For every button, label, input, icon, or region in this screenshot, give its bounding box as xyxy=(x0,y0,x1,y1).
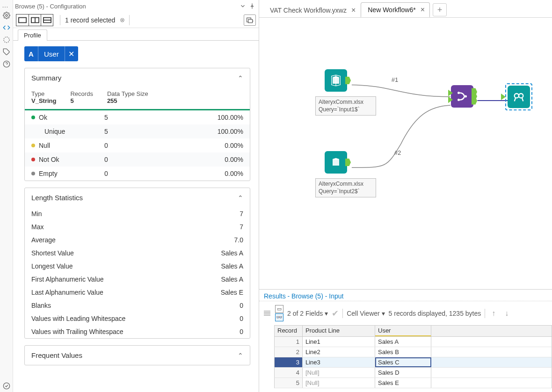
gear-icon[interactable] xyxy=(0,9,13,22)
field-type-icon: A xyxy=(24,46,38,61)
config-toolbar: 1 record selected ⊗ xyxy=(13,12,259,28)
rail-dots: … xyxy=(0,1,13,9)
summary-row: Ok5100.00% xyxy=(25,110,250,124)
check-icon[interactable]: ✔ xyxy=(332,308,339,319)
summary-row: Unique5100.00% xyxy=(25,124,250,138)
view-single-icon[interactable] xyxy=(16,15,29,26)
status-dot-icon xyxy=(31,172,35,175)
summary-header[interactable]: Summary ⌃ xyxy=(25,68,250,87)
document-tab[interactable]: New Workflow6*× xyxy=(361,2,430,17)
field-name: User xyxy=(38,46,65,61)
stat-row: Values with Trailing Whitespace0 xyxy=(25,325,250,338)
canvas-column: VAT Check Workflow.yxwz×New Workflow6*× … xyxy=(259,0,552,392)
profile-scroll-area[interactable]: A User ✕ Summary ⌃ TypeV_String Records5… xyxy=(13,41,259,392)
table-row[interactable]: 4[Null]Sales D xyxy=(274,368,552,378)
col-record[interactable]: Record xyxy=(275,326,303,336)
stat-row: Max7 xyxy=(25,220,250,233)
stat-row: Shortest ValueSales A xyxy=(25,247,250,260)
input-label-2: AlteryxComm.xlsx Query=`Input2$` xyxy=(315,178,376,197)
results-panel: Results - Browse (5) - Input ▭ 👓 2 of 2 … xyxy=(259,289,552,392)
table-row[interactable]: 5[Null]Sales E xyxy=(274,378,552,388)
stat-row: Longest ValueSales A xyxy=(25,260,250,273)
export-dropdown-icon[interactable] xyxy=(244,15,256,26)
status-dot-icon xyxy=(31,158,35,161)
stat-row: Last Alphanumeric ValueSales E xyxy=(25,286,250,299)
stat-row: Blanks0 xyxy=(25,299,250,312)
chevron-up-icon: ⌃ xyxy=(238,194,243,202)
configuration-panel: Browse (5) - Configuration 1 record sele… xyxy=(13,0,259,392)
svg-point-5 xyxy=(3,383,9,389)
view-stack-icon[interactable] xyxy=(41,15,53,26)
document-tab[interactable]: VAT Check Workflow.yxwz× xyxy=(263,2,361,17)
table-row[interactable]: 3Line3Sales C xyxy=(274,357,552,368)
col-product-line[interactable]: Product Line xyxy=(303,326,375,336)
chevron-down-icon[interactable] xyxy=(238,1,247,11)
status-dot-icon xyxy=(31,144,35,147)
join-tool[interactable] xyxy=(451,85,473,108)
svg-point-15 xyxy=(458,99,460,101)
svg-line-19 xyxy=(515,98,516,101)
length-stats-card: Length Statistics ⌃ Min7Max7Average7.0Sh… xyxy=(24,188,250,339)
input-label-1: AlteryxComm.xlsx Query=`Input1$` xyxy=(315,96,376,116)
code-icon[interactable] xyxy=(0,22,13,34)
summary-row: Null00.00% xyxy=(25,138,250,152)
layout-horizontal-icon[interactable]: ▭ xyxy=(275,305,283,313)
summary-card: Summary ⌃ TypeV_String Records5 Data Typ… xyxy=(24,68,250,181)
svg-point-0 xyxy=(6,15,7,16)
field-chip: A User ✕ xyxy=(24,46,78,61)
browse-tool[interactable] xyxy=(505,83,532,110)
svg-point-14 xyxy=(458,92,460,94)
add-tab-button[interactable]: + xyxy=(433,3,447,16)
cell-viewer-dropdown[interactable]: Cell Viewer xyxy=(347,310,385,317)
check-circle-icon[interactable] xyxy=(0,380,13,392)
workflow-canvas[interactable]: #1 #2 AlteryxComm.xlsx Query=`Input1$` A… xyxy=(259,18,552,289)
arrow-up-icon[interactable]: ↑ xyxy=(489,309,498,318)
stat-row: Min7 xyxy=(25,207,250,220)
close-icon[interactable]: × xyxy=(421,6,425,14)
svg-point-17 xyxy=(515,94,519,98)
binoculars-icon[interactable]: 👓 xyxy=(275,313,283,321)
results-grid[interactable]: Record Product Line User 1Line1Sales A2L… xyxy=(274,325,552,388)
view-split-icon[interactable] xyxy=(29,15,41,26)
stat-row: First Alphanumeric ValueSales A xyxy=(25,273,250,286)
document-tabbar: VAT Check Workflow.yxwz×New Workflow6*× … xyxy=(259,0,552,18)
close-icon[interactable]: ✕ xyxy=(65,46,78,61)
grip-icon[interactable] xyxy=(264,311,270,316)
svg-rect-12 xyxy=(248,19,253,22)
fields-dropdown[interactable]: 2 of 2 Fields xyxy=(287,310,328,317)
svg-point-18 xyxy=(519,94,523,98)
results-status: 5 records displayed, 1235 bytes xyxy=(389,310,481,317)
clear-selection-icon[interactable]: ⊗ xyxy=(118,16,126,24)
table-row[interactable]: 1Line1Sales A xyxy=(274,337,552,347)
left-icon-rail: … xyxy=(0,0,13,392)
help-icon[interactable] xyxy=(0,58,13,70)
frequent-values-header[interactable]: Frequent Values ⌃ xyxy=(25,346,250,365)
length-stats-header[interactable]: Length Statistics ⌃ xyxy=(25,188,250,207)
col-user[interactable]: User xyxy=(375,326,431,336)
edge-label-1: #1 xyxy=(392,76,399,83)
stat-row: Average7.0 xyxy=(25,233,250,247)
frequent-values-card: Frequent Values ⌃ xyxy=(24,345,250,365)
svg-line-20 xyxy=(522,98,523,101)
stat-row: Values with Leading Whitespace0 xyxy=(25,312,250,325)
arrow-down-icon[interactable]: ↓ xyxy=(502,309,511,318)
status-dot-icon xyxy=(31,116,35,119)
input-tool-2[interactable] xyxy=(325,151,347,174)
record-selected-text: 1 record selected xyxy=(65,16,115,24)
svg-point-1 xyxy=(4,37,9,43)
results-title: Results - Browse (5) - Input xyxy=(259,290,552,301)
tag-icon[interactable] xyxy=(0,46,13,58)
table-row[interactable]: 2Line2Sales B xyxy=(274,347,552,357)
target-icon[interactable] xyxy=(0,34,13,46)
chevron-up-icon: ⌃ xyxy=(238,352,243,359)
svg-rect-6 xyxy=(19,17,26,22)
pin-icon[interactable] xyxy=(247,1,257,11)
input-tool-1[interactable] xyxy=(325,69,347,92)
tab-profile[interactable]: Profile xyxy=(18,29,47,41)
summary-row: Not Ok00.00% xyxy=(25,152,250,167)
summary-row: Empty00.00% xyxy=(25,167,250,181)
close-icon[interactable]: × xyxy=(351,6,356,15)
edge-label-2: #2 xyxy=(394,149,401,156)
chevron-up-icon: ⌃ xyxy=(238,74,243,82)
config-panel-title: Browse (5) - Configuration xyxy=(15,3,238,10)
